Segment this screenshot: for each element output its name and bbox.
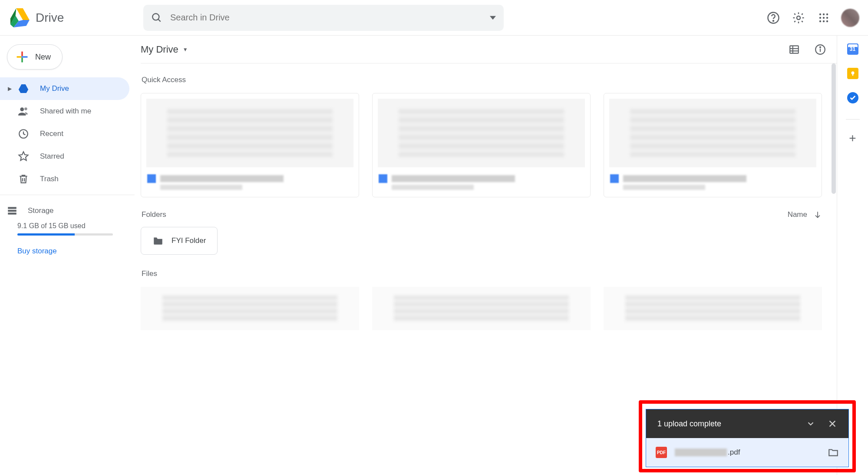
svg-point-5 bbox=[819, 13, 821, 15]
upload-toast: 1 upload complete PDF .pdf bbox=[646, 409, 849, 467]
header: Drive bbox=[0, 0, 868, 36]
account-avatar[interactable] bbox=[841, 9, 859, 27]
files-title: Files bbox=[142, 269, 822, 278]
settings-icon[interactable] bbox=[791, 10, 806, 26]
keep-icon[interactable] bbox=[847, 68, 858, 79]
locate-folder-icon[interactable] bbox=[828, 447, 839, 458]
storage-icon bbox=[6, 205, 18, 217]
divider bbox=[0, 195, 135, 195]
folder-icon bbox=[152, 235, 164, 246]
svg-point-31 bbox=[820, 47, 821, 47]
svg-point-0 bbox=[152, 13, 159, 20]
svg-rect-14 bbox=[21, 52, 23, 56]
tasks-icon[interactable] bbox=[847, 92, 858, 103]
drive-icon bbox=[17, 83, 30, 95]
svg-point-8 bbox=[819, 17, 821, 18]
sort-label[interactable]: Name bbox=[788, 210, 807, 219]
header-actions bbox=[748, 9, 859, 27]
upload-file-ext: .pdf bbox=[728, 448, 740, 457]
svg-point-11 bbox=[819, 20, 821, 22]
search-input[interactable] bbox=[170, 13, 490, 23]
sidebar-item-shared[interactable]: Shared with me bbox=[0, 100, 129, 123]
sidebar-item-my-drive[interactable]: ▶ My Drive bbox=[0, 77, 129, 100]
search-options-icon[interactable] bbox=[490, 15, 496, 21]
caret-right-icon[interactable]: ▶ bbox=[8, 86, 16, 92]
star-icon bbox=[17, 150, 30, 163]
storage-fill bbox=[17, 233, 75, 236]
breadcrumb-row: My Drive ▼ bbox=[141, 36, 837, 63]
svg-point-19 bbox=[20, 107, 24, 111]
quick-access-card[interactable] bbox=[372, 93, 591, 197]
calendar-icon[interactable]: 31 bbox=[847, 43, 858, 55]
sidebar-item-label: My Drive bbox=[40, 84, 69, 93]
folder-card[interactable]: FYI Folder bbox=[141, 227, 218, 255]
sidebar-item-label: Trash bbox=[40, 175, 59, 183]
storage-usage-text: 9.1 GB of 15 GB used bbox=[17, 222, 135, 230]
sidebar-item-label: Starred bbox=[40, 152, 64, 161]
quick-access-card[interactable] bbox=[141, 93, 359, 197]
collapse-icon[interactable] bbox=[806, 419, 815, 428]
svg-point-7 bbox=[826, 13, 828, 15]
file-card[interactable] bbox=[604, 287, 822, 330]
product-name: Drive bbox=[36, 11, 64, 25]
people-icon bbox=[17, 105, 30, 117]
sidebar-item-starred[interactable]: Starred bbox=[0, 145, 129, 168]
upload-filename-redacted bbox=[675, 448, 727, 456]
dropdown-icon: ▼ bbox=[183, 47, 188, 53]
help-icon[interactable] bbox=[766, 10, 781, 26]
quick-access-card[interactable] bbox=[604, 93, 822, 197]
new-button[interactable]: New bbox=[7, 44, 63, 70]
svg-rect-22 bbox=[8, 207, 17, 209]
folders-title: Folders bbox=[142, 210, 166, 219]
sidebar-item-recent[interactable]: Recent bbox=[0, 123, 129, 145]
trash-icon bbox=[17, 173, 30, 185]
logo-area[interactable]: Drive bbox=[9, 8, 143, 27]
upload-toast-title: 1 upload complete bbox=[657, 419, 721, 428]
add-addon-icon[interactable]: + bbox=[847, 133, 858, 144]
svg-point-13 bbox=[826, 20, 828, 22]
svg-rect-25 bbox=[790, 46, 799, 53]
close-icon[interactable] bbox=[828, 419, 837, 428]
svg-point-3 bbox=[773, 20, 774, 21]
search-icon bbox=[151, 12, 162, 23]
svg-point-33 bbox=[851, 71, 854, 74]
breadcrumb[interactable]: My Drive ▼ bbox=[141, 44, 188, 55]
upload-toast-highlight: 1 upload complete PDF .pdf bbox=[639, 400, 856, 472]
sidebar-item-label: Shared with me bbox=[40, 107, 91, 116]
divider bbox=[846, 119, 860, 120]
list-view-icon[interactable] bbox=[786, 42, 802, 57]
toolbar-right bbox=[786, 42, 828, 57]
sidebar-item-label: Recent bbox=[40, 130, 63, 138]
sidebar: New ▶ My Drive Shared with me Recent bbox=[0, 36, 135, 475]
file-card[interactable] bbox=[372, 287, 591, 330]
storage-bar bbox=[17, 233, 113, 236]
quick-access-title: Quick Access bbox=[142, 76, 822, 84]
new-button-label: New bbox=[35, 53, 51, 62]
svg-rect-16 bbox=[17, 56, 22, 58]
apps-grid-icon[interactable] bbox=[816, 10, 832, 26]
sidebar-item-storage[interactable]: Storage bbox=[17, 199, 135, 222]
svg-rect-34 bbox=[852, 74, 853, 76]
clock-icon bbox=[17, 128, 30, 140]
search-bar[interactable] bbox=[143, 5, 504, 31]
svg-point-6 bbox=[823, 13, 825, 15]
details-icon[interactable] bbox=[812, 42, 828, 57]
breadcrumb-label: My Drive bbox=[141, 44, 178, 55]
sidebar-item-trash[interactable]: Trash bbox=[0, 168, 129, 190]
svg-rect-18 bbox=[21, 56, 23, 58]
plus-icon bbox=[15, 50, 29, 64]
svg-rect-24 bbox=[8, 213, 17, 214]
sort-arrow-icon[interactable] bbox=[813, 210, 822, 219]
folder-name: FYI Folder bbox=[172, 236, 206, 245]
upload-item-row[interactable]: PDF .pdf bbox=[646, 438, 848, 467]
svg-point-12 bbox=[823, 20, 825, 22]
buy-storage-link[interactable]: Buy storage bbox=[17, 247, 135, 256]
scrollbar-thumb[interactable] bbox=[832, 63, 836, 194]
svg-rect-15 bbox=[21, 58, 23, 63]
svg-point-10 bbox=[826, 17, 828, 18]
file-card[interactable] bbox=[141, 287, 359, 330]
quick-access-section: Quick Access bbox=[141, 63, 831, 330]
svg-point-9 bbox=[823, 17, 825, 18]
svg-rect-17 bbox=[23, 56, 28, 58]
svg-point-20 bbox=[24, 107, 27, 110]
